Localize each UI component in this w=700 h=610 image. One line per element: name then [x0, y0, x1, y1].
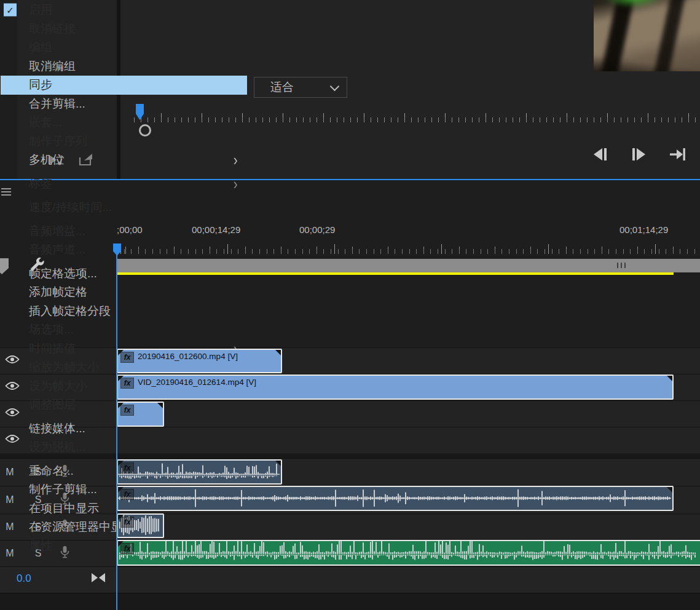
menu-item-label: 重命名... — [29, 463, 74, 479]
clip-body: fx — [118, 461, 281, 483]
clip-fade-handle-left[interactable] — [118, 461, 124, 466]
clip-fade-handle-left[interactable] — [118, 376, 124, 381]
chevron-down-icon — [330, 81, 340, 91]
menu-item-同步[interactable]: 同步 — [1, 76, 247, 95]
menu-item-label: 添加帧定格 — [29, 284, 87, 300]
clip-body: fxVID_20190416_012614.mp4 [V] — [118, 376, 672, 398]
checkmark-icon: ✓ — [4, 4, 17, 17]
video-clip-1[interactable]: fx20190416_012600.mp4 [V] — [117, 349, 282, 373]
menu-item-label: 合并剪辑... — [29, 96, 85, 112]
menu-item-label: 时间插值 — [29, 341, 76, 357]
menu-item-音频声道[interactable]: 音频声道... — [1, 240, 247, 259]
menu-item-label: 取消编组 — [29, 58, 76, 74]
clip-fade-handle-left[interactable] — [118, 487, 124, 493]
menu-item-标签[interactable]: 标签› — [1, 175, 247, 194]
zoom-level-dropdown[interactable]: 适合 — [254, 77, 347, 98]
ruler-timecode-label: 00;00;29 — [299, 224, 335, 235]
clip-fade-handle-right[interactable] — [667, 376, 672, 381]
menu-item-label: 设为脱机... — [29, 439, 85, 455]
menu-item-label: 编组 — [29, 39, 52, 55]
menu-item-label: 制作子剪辑... — [29, 481, 97, 497]
video-clip-3[interactable]: fx — [117, 402, 164, 427]
playhead-line — [116, 244, 117, 610]
menu-item-label: 制作子序列 — [29, 133, 87, 149]
clip-fade-handle-left[interactable] — [118, 350, 124, 355]
clip-label: 20190416_012600.mp4 [V] — [138, 352, 238, 361]
menu-item-合并剪辑: 合并剪辑... — [1, 95, 247, 114]
clip-body: fx — [118, 487, 672, 510]
menu-item-场选项[interactable]: 场选项... — [1, 320, 247, 339]
master-gain-value[interactable]: 0.0 — [17, 572, 31, 585]
clip-fade-handle-left[interactable] — [118, 515, 124, 520]
menu-item-设为脱机[interactable]: 设为脱机... — [1, 438, 247, 457]
timeline-bottom-gutter — [0, 593, 700, 610]
menu-item-label: 设为帧大小 — [29, 378, 87, 394]
menu-item-编组[interactable]: 编组 — [1, 38, 247, 57]
menu-item-label: 在项目中显示 — [29, 501, 99, 517]
audio-waveform — [118, 487, 671, 509]
submenu-arrow-icon: › — [234, 176, 238, 192]
menu-item-音频增益[interactable]: 音频增益... — [1, 222, 247, 241]
clip-fade-handle-left[interactable] — [118, 403, 124, 408]
menu-item-速度/持续时间[interactable]: 速度/持续时间... — [1, 198, 247, 217]
clip-fade-handle-right[interactable] — [157, 403, 163, 408]
menu-item-取消链接[interactable]: 取消链接 — [1, 20, 247, 39]
menu-item-label: 插入帧定格分段 — [29, 303, 111, 319]
audio-clip-1[interactable]: fx — [117, 459, 282, 485]
menu-item-插入帧定格分段: 插入帧定格分段 — [1, 302, 247, 321]
menu-item-多机位: 多机位› — [1, 151, 247, 170]
audio-waveform — [118, 461, 280, 482]
track-separator — [0, 458, 700, 459]
menu-item-启用[interactable]: ✓启用 — [1, 1, 247, 20]
bowtie-collapse-icon[interactable] — [91, 571, 106, 587]
menu-item-制作子序列[interactable]: 制作子序列 — [1, 132, 247, 151]
menu-item-label: 启用 — [29, 2, 52, 18]
clip-label: VID_20190416_012614.mp4 [V] — [138, 378, 256, 387]
menu-item-label: 音频声道... — [29, 242, 85, 258]
step-back-icon[interactable] — [591, 146, 608, 162]
audio-clip-3[interactable]: fx — [117, 513, 164, 538]
menu-item-label: 嵌套... — [29, 114, 62, 130]
menu-item-嵌套[interactable]: 嵌套... — [1, 113, 247, 132]
video-frame-content — [594, 0, 700, 71]
audio-waveform — [118, 541, 698, 563]
play-step-icon[interactable] — [631, 146, 648, 162]
menu-item-label: 链接媒体... — [29, 421, 85, 437]
clip-fade-handle-right[interactable] — [667, 487, 672, 493]
menu-item-label: 帧定格选项... — [29, 266, 97, 282]
clip-body: fx20190416_012600.mp4 [V] — [118, 350, 281, 372]
ruler-timecode-label: 00;01;14;29 — [619, 224, 668, 235]
menu-item-label: 场选项... — [29, 322, 74, 338]
menu-item-帧定格选项: 帧定格选项... — [1, 264, 247, 283]
menu-item-label: 多机位 — [29, 152, 64, 168]
clip-body: fx — [118, 515, 163, 537]
clip-fade-handle-right[interactable] — [275, 350, 281, 355]
menu-item-label: 同步 — [29, 77, 52, 93]
audio-clip-2[interactable]: fx — [117, 486, 674, 511]
clip-body: fx — [118, 541, 700, 564]
menu-item-label: 标签 — [29, 176, 52, 192]
menu-item-添加帧定格: 添加帧定格 — [1, 283, 247, 302]
menu-item-label: 调整图层 — [29, 397, 76, 413]
zoom-level-value: 适合 — [270, 79, 294, 95]
menu-item-label: 速度/持续时间... — [29, 199, 112, 215]
go-to-out-icon[interactable] — [669, 146, 687, 162]
audio-clip-4[interactable]: fx — [117, 540, 700, 566]
scrollbar-grip[interactable] — [617, 263, 626, 268]
menu-item-label: 属性 — [29, 538, 52, 554]
premiere-pro-app: 00;00;00;00 适合 ;00;0000;00;14;2900;00;29… — [0, 0, 700, 610]
menu-item-label: 音频增益... — [29, 223, 85, 239]
clip-fade-handle-left[interactable] — [118, 541, 124, 547]
clip-body: fx — [118, 403, 163, 426]
menu-item-取消编组: 取消编组 — [1, 57, 247, 76]
video-clip-2[interactable]: fxVID_20190416_012614.mp4 [V] — [117, 374, 674, 400]
clip-fade-handle-right[interactable] — [275, 461, 281, 466]
menu-item-label: 缩放为帧大小 — [29, 359, 99, 375]
program-video-frame — [594, 0, 700, 71]
menu-item-label: 取消链接 — [29, 21, 76, 37]
submenu-arrow-icon: › — [234, 152, 238, 168]
